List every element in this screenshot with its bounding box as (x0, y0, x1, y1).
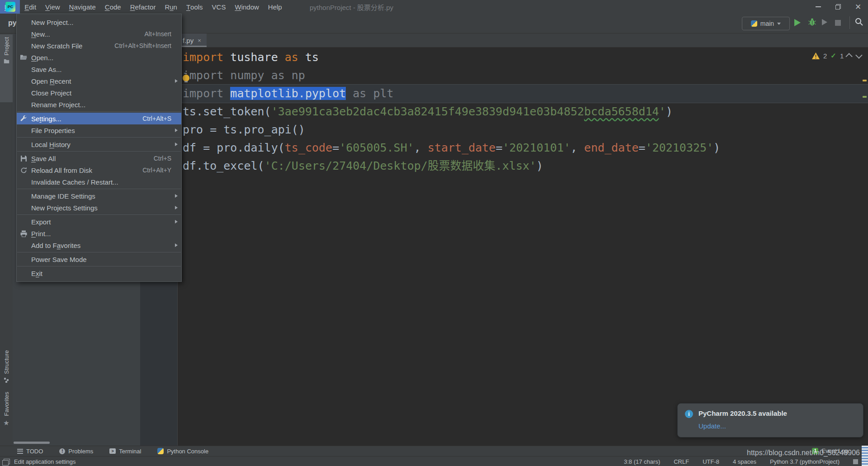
error-stripe-mark (863, 80, 867, 81)
notification-title: PyCharm 2020.3.5 available (698, 409, 787, 417)
menu-item-export[interactable]: Export (17, 216, 181, 228)
restore-button[interactable] (828, 0, 848, 14)
menu-item-save-as[interactable]: Save As... (17, 63, 181, 75)
tool-window-label: TODO (26, 448, 43, 455)
debug-button[interactable] (808, 18, 816, 26)
file-menu-popup: New Project...New...Alt+InsertNew Scratc… (16, 14, 182, 282)
menu-item-label: Print... (31, 230, 163, 238)
menu-navigate[interactable]: Navigate (65, 0, 100, 14)
menu-run[interactable]: Run (160, 0, 182, 14)
status-segment-crlf[interactable]: CRLF (674, 458, 689, 465)
menu-item-print[interactable]: Print... (17, 228, 181, 239)
horizontal-scrollbar[interactable] (14, 442, 50, 444)
code-line-1: import tushare as ts (183, 48, 868, 67)
menu-item-local-history[interactable]: Local History (17, 138, 181, 150)
submenu-arrow-icon (171, 220, 178, 223)
tool-window-tab-structure[interactable]: Structure (0, 347, 13, 391)
close-icon[interactable]: × (198, 37, 201, 44)
menu-vcs[interactable]: VCS (208, 0, 231, 14)
menu-item-label: File Properties (31, 127, 163, 134)
code-editor[interactable]: import tushare as tsimport numpy as npim… (183, 48, 868, 175)
inspections-widget[interactable]: 2 ✓ 1 (812, 52, 861, 60)
run-config-selector[interactable]: main (742, 17, 790, 30)
menubar: FileEditViewNavigateCodeRefactorRunTools… (0, 0, 868, 14)
menu-code[interactable]: Code (100, 0, 126, 14)
menu-separator (17, 137, 181, 138)
menu-item-rename-project[interactable]: Rename Project... (17, 99, 181, 110)
python-icon (751, 20, 757, 27)
tool-window-tab-project[interactable]: Project (0, 34, 13, 102)
menu-help[interactable]: Help (264, 0, 287, 14)
tool-window-button-problems[interactable]: !Problems (59, 448, 93, 455)
menu-item-label: Open Recent (31, 77, 163, 85)
tool-window-tab-favorites[interactable]: Favorites ★ (0, 389, 13, 432)
minimize-button[interactable] (808, 0, 828, 14)
status-segment-4-spaces[interactable]: 4 spaces (733, 458, 756, 465)
menu-item-open[interactable]: Open... (17, 52, 181, 63)
menu-item-power-save-mode[interactable]: Power Save Mode (17, 253, 181, 265)
update-link[interactable]: Update... (698, 422, 726, 430)
menu-item-label: Close Project (31, 89, 163, 97)
submenu-arrow-icon (171, 243, 178, 247)
intention-bulb-icon[interactable] (182, 74, 190, 82)
menu-item-label: Rename Project... (31, 101, 163, 109)
submenu-arrow-icon (171, 79, 178, 83)
blank-icon (19, 242, 28, 249)
status-bar: Edit application settings 3:8 (17 chars)… (0, 456, 868, 466)
menu-tools[interactable]: Tools (182, 0, 208, 14)
status-segment-utf-8[interactable]: UTF-8 (703, 458, 719, 465)
coverage-button[interactable] (822, 19, 827, 25)
menu-window[interactable]: Window (230, 0, 263, 14)
terminal-icon: > (109, 448, 116, 454)
title-bar: PC FileEditViewNavigateCodeRefactorRunTo… (0, 0, 868, 14)
menu-item-label: New Projects Settings (31, 204, 163, 212)
menu-separator (17, 214, 181, 215)
menu-item-label: New Project... (31, 19, 163, 26)
code-line-7: df.to_excel('C:/Users/27404/Desktop/股票数据… (183, 157, 868, 175)
problems-icon: ! (59, 448, 65, 454)
status-segment-python-3-7-pythonproject[interactable]: Python 3.7 (pythonProject) (770, 458, 840, 465)
blank-icon (19, 30, 28, 38)
menu-item-invalidate-caches-restart[interactable]: Invalidate Caches / Restart... (17, 176, 181, 188)
status-segment-3-8-17-chars[interactable]: 3:8 (17 chars) (624, 458, 660, 465)
menu-item-new-scratch-file[interactable]: New Scratch FileCtrl+Alt+Shift+Insert (17, 40, 181, 52)
menu-item-add-to-favorites[interactable]: Add to Favorites (17, 239, 181, 251)
prev-problem-icon[interactable] (846, 53, 853, 60)
tool-window-button-python-console[interactable]: Python Console (157, 448, 208, 455)
window-title: pythonProject - 股票分析.py (310, 2, 393, 12)
menu-item-label: Export (31, 218, 163, 226)
tool-window-button-todo[interactable]: TODO (17, 448, 43, 455)
menu-item-settings[interactable]: Settings...Ctrl+Alt+S (17, 113, 181, 124)
menu-item-new-projects-settings[interactable]: New Projects Settings (17, 202, 181, 214)
menu-item-shortcut: Ctrl+Alt+Shift+Insert (114, 42, 171, 49)
tool-window-button-terminal[interactable]: >Terminal (109, 448, 141, 455)
menu-item-shortcut: Alt+Insert (144, 30, 171, 38)
close-button[interactable]: ✕ (848, 0, 868, 14)
menu-item-close-project[interactable]: Close Project (17, 87, 181, 99)
menu-refactor[interactable]: Refactor (126, 0, 160, 14)
menu-item-manage-ide-settings[interactable]: Manage IDE Settings (17, 190, 181, 202)
menu-item-reload-all-from-disk[interactable]: Reload All from DiskCtrl+Alt+Y (17, 164, 181, 176)
bug-icon (808, 18, 816, 26)
code-line-2: import numpy as np (183, 67, 868, 85)
menu-item-new-project[interactable]: New Project... (17, 16, 181, 28)
todo-icon (17, 449, 23, 454)
stop-button[interactable] (835, 20, 841, 26)
editor-tab-bar (140, 33, 868, 48)
menu-item-open-recent[interactable]: Open Recent (17, 75, 181, 87)
run-button[interactable] (794, 19, 801, 26)
menu-view[interactable]: View (41, 0, 65, 14)
menu-item-file-properties[interactable]: File Properties (17, 124, 181, 136)
chevron-down-icon (777, 23, 781, 25)
menu-item-new[interactable]: New...Alt+Insert (17, 28, 181, 40)
search-everywhere-button[interactable] (854, 17, 864, 27)
menu-item-exit[interactable]: Exit (17, 267, 181, 279)
menu-edit[interactable]: Edit (20, 0, 41, 14)
menu-item-save-all[interactable]: Save AllCtrl+S (17, 152, 181, 164)
blank-icon (19, 204, 28, 211)
restore-icon (835, 4, 841, 10)
windows-stack-icon (4, 459, 10, 464)
menu-item-label: Save As... (31, 66, 163, 73)
submenu-arrow-icon (171, 206, 178, 209)
run-config-name: main (760, 20, 774, 27)
